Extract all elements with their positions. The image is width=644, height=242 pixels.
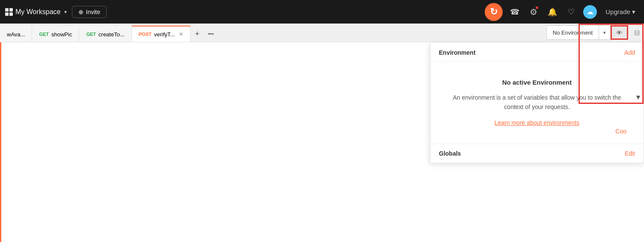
workspace-chevron-icon: ▾ bbox=[64, 9, 67, 15]
environment-config-button[interactable]: ⊟ bbox=[630, 25, 644, 40]
tab-2-label: showPic bbox=[51, 31, 72, 38]
topbar: My Workspace ▾ ⊕ Invite ↻ ☎ ⚙ 🔔 ♡ ☁ Upgr… bbox=[0, 0, 644, 24]
chevron-down-icon: ▾ bbox=[603, 30, 606, 35]
tab-4-label: verifyT... bbox=[154, 31, 175, 38]
invite-person-icon: ⊕ bbox=[78, 9, 83, 15]
new-tab-button[interactable]: + bbox=[191, 26, 204, 42]
workspace-selector[interactable]: My Workspace ▾ bbox=[5, 8, 67, 16]
globals-label: Globals bbox=[439, 150, 461, 157]
environment-panel-header: Environment Add bbox=[430, 42, 644, 62]
heart-icon-button[interactable]: ♡ bbox=[564, 5, 578, 19]
environment-eye-button[interactable]: 👁 bbox=[611, 25, 628, 40]
left-edge-bar bbox=[0, 42, 1, 242]
no-environment-description: An environment is a set of variables tha… bbox=[451, 93, 623, 112]
more-tabs-icon: ••• bbox=[208, 31, 214, 37]
tab-2[interactable]: GET showPic bbox=[32, 26, 79, 42]
sync-button[interactable]: ↻ bbox=[485, 3, 503, 21]
heart-icon: ♡ bbox=[568, 7, 575, 17]
tabs-bar: wAva... GET showPic GET createTo... POST… bbox=[0, 24, 644, 42]
invite-label: Invite bbox=[86, 9, 100, 15]
add-environment-button[interactable]: Add bbox=[624, 49, 635, 56]
environment-panel-body: No active Environment An environment is … bbox=[430, 62, 644, 144]
coo-partial-text: Coo bbox=[615, 128, 626, 135]
more-tabs-button[interactable]: ••• bbox=[204, 26, 218, 42]
environment-panel-footer: Globals Edit bbox=[430, 144, 644, 163]
upgrade-chevron-icon: ▾ bbox=[632, 8, 635, 15]
upgrade-button[interactable]: Upgrade ▾ bbox=[602, 6, 639, 18]
sliders-icon: ⊟ bbox=[634, 29, 640, 37]
settings-icon-button[interactable]: ⚙ bbox=[527, 5, 540, 19]
chat-icon: ☎ bbox=[510, 7, 519, 17]
upgrade-label: Upgrade bbox=[605, 8, 630, 15]
tab-4[interactable]: POST verifyT... ✕ bbox=[132, 26, 191, 42]
avatar-icon: ☁ bbox=[587, 8, 593, 16]
scroll-down-icon[interactable]: ▾ bbox=[636, 92, 640, 102]
tab-4-close-icon[interactable]: ✕ bbox=[179, 31, 183, 37]
no-environment-title: No active Environment bbox=[439, 79, 635, 86]
main-content: 💬 Environment Add No active Environment … bbox=[0, 42, 644, 242]
app-logo bbox=[5, 8, 13, 16]
environment-panel: Environment Add No active Environment An… bbox=[430, 42, 644, 163]
environment-selector-label: No Environment bbox=[553, 30, 593, 36]
bell-icon: 🔔 bbox=[548, 7, 557, 17]
notifications-icon-button[interactable]: 🔔 bbox=[546, 5, 559, 19]
environment-dropdown-button[interactable]: ▾ bbox=[599, 25, 611, 40]
tab-2-method: GET bbox=[39, 32, 49, 37]
sync-icon: ↻ bbox=[490, 6, 498, 18]
tab-3[interactable]: GET createTo... bbox=[79, 26, 131, 42]
workspace-name: My Workspace bbox=[15, 8, 61, 16]
tab-1[interactable]: wAva... bbox=[0, 26, 32, 42]
learn-more-link[interactable]: Learn more about environments bbox=[495, 119, 579, 126]
avatar-button[interactable]: ☁ bbox=[583, 5, 597, 19]
tab-3-method: GET bbox=[86, 32, 96, 37]
add-tab-icon: + bbox=[195, 30, 200, 38]
tabs-right: No Environment ▾ 👁 ⊟ bbox=[546, 23, 644, 42]
eye-icon: 👁 bbox=[616, 29, 623, 36]
chat-icon-button[interactable]: ☎ bbox=[508, 5, 522, 19]
invite-button[interactable]: ⊕ Invite bbox=[72, 6, 107, 18]
environment-selector[interactable]: No Environment bbox=[546, 25, 599, 40]
edit-globals-button[interactable]: Edit bbox=[625, 150, 635, 157]
tab-3-label: createTo... bbox=[98, 31, 125, 38]
tab-1-label: wAva... bbox=[7, 31, 25, 38]
environment-panel-title: Environment bbox=[439, 49, 476, 56]
tab-4-method: POST bbox=[139, 32, 152, 37]
notification-dot bbox=[535, 6, 539, 9]
